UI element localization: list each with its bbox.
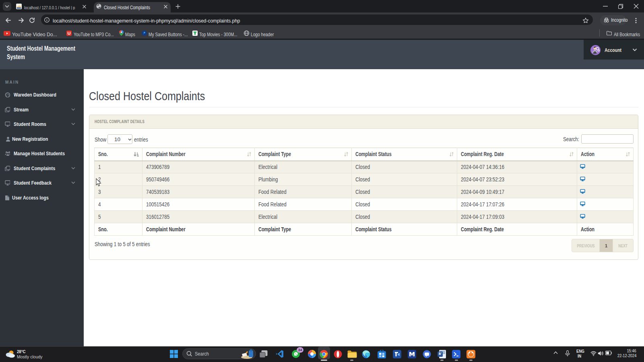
svg-text:34: 34 (298, 348, 302, 352)
